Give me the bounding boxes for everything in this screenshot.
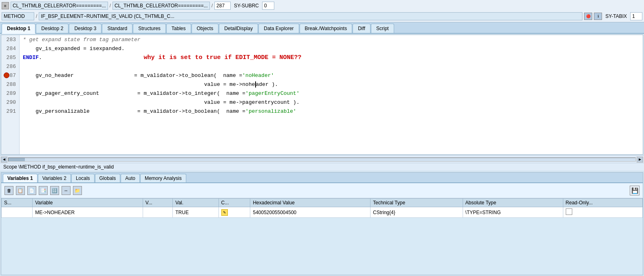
cell-variable: ME->NOHEADER [33,207,143,218]
scroll-track[interactable] [8,158,636,162]
line-number-field[interactable]: 287 [214,2,231,10]
tab-structures[interactable]: Structures [133,24,166,33]
vars-tab-variables2[interactable]: Variables 2 [38,174,71,182]
paste-icon[interactable]: 📄 [27,186,36,195]
tab-desktop2[interactable]: Desktop 2 [36,24,68,33]
tab-standard[interactable]: Standard [102,24,132,33]
cell-v [143,207,173,218]
code-content: * get expand state from tag parameter gv… [20,35,643,154]
scope-text: Scope \METHOD if_bsp_element~runtime_is_… [3,164,114,170]
code-text-284: gv_is_expanded = isexpanded. [23,46,125,52]
class-name-1: CL_THTMLB_CELLERATOR=========... [11,2,108,10]
code-text-290: value = me->pagerentrycount ). [23,99,300,105]
gutter-287: 287 [3,71,18,80]
toolbar-row-1: ≡ CL_THTMLB_CELLERATOR=========... / CL_… [2,1,642,11]
tab-diff[interactable]: Diff [353,24,371,33]
code-text-291b: 'personalizable' [245,108,296,114]
col-header-v: V... [143,199,173,207]
cell-c: ✎ [218,207,250,218]
copy-icon[interactable]: 📋 [16,186,25,195]
code-editor: 283 284 285 286 287 288 289 290 291 * ge… [1,35,643,155]
folder-icon[interactable]: 📁 [73,186,82,195]
gutter-286: 286 [3,62,18,71]
cell-techtype: CString{4} [370,207,463,218]
scroll-thumb[interactable] [9,158,25,161]
slash-2: / [212,3,213,9]
paste-icon2[interactable]: 📑 [39,186,48,195]
app-icon: ≡ [2,2,9,9]
vars-tab-variables1[interactable]: Variables 1 [3,174,37,182]
tab-objects[interactable]: Objects [192,24,219,33]
transfer-icon[interactable]: ↔ [62,186,71,195]
col-header-s: S... [2,199,33,207]
scroll-left-btn[interactable]: ◀ [1,157,7,162]
vars-tab-bar: Variables 1 Variables 2 Locals Globals A… [1,173,643,183]
variables-panel: Variables 1 Variables 2 Locals Globals A… [1,172,643,275]
tab-breakwatchpoints[interactable]: Break./Watchpoints [300,24,353,33]
gutter-291: 291 [3,107,18,116]
code-line-290: value = me->pagerentrycount ). [23,98,640,107]
tab-tables[interactable]: Tables [166,24,191,33]
tab-detaildisplay[interactable]: DetailDisplay [219,24,258,33]
code-line-286 [23,62,640,71]
tab-dataexplorer[interactable]: Data Explorer [258,24,299,33]
code-text-285-keyword: ENDIF [23,55,39,61]
main-container: ≡ CL_THTMLB_CELLERATOR=========... / CL_… [0,0,644,276]
gutter-288: 288 [3,80,18,89]
code-text-289a: gv_pager_entry_count = m_validator->to_i… [23,90,245,96]
code-line-291: gv_personalizable = m_validator->to_bool… [23,107,640,116]
col-header-c: C... [218,199,250,207]
sytabix-value: 1 [630,12,642,20]
col-header-abstype: Absolute Type [463,199,563,207]
toolbar-row-2: METHOD / IF_BSP_ELEMENT~RUNTIME_IS_VALID… [2,11,642,21]
col-header-techtype: Technical Type [370,199,463,207]
vars-tab-globals[interactable]: Globals [95,174,121,182]
variables-table: S... Variable V... Val. C... Hexadecimal… [1,198,643,218]
code-text-287a: gv_no_header = m_validator->to_boolean( … [23,72,242,79]
col-header-hex: Hexadecimal Value [250,199,371,207]
col-header-readonly: Read-Only... [563,199,642,207]
gutter-283: 283 [3,35,18,44]
code-text-283: * get expand state from tag parameter [23,37,141,43]
edit-pencil-icon[interactable]: ✎ [221,209,228,216]
tab-desktop3[interactable]: Desktop 3 [69,24,101,33]
code-line-284: gv_is_expanded = isexpanded. [23,44,640,53]
code-text-285-rest: . [39,55,42,61]
method-label: METHOD [2,12,34,20]
top-toolbar: ≡ CL_THTMLB_CELLERATOR=========... / CL_… [0,0,644,22]
number-icon[interactable]: 🔢 [50,186,59,195]
col-header-variable: Variable [33,199,143,207]
tab-desktop1[interactable]: Desktop 1 [2,24,35,34]
sytabix-label: SY-TABIX [604,13,629,19]
vars-tab-memory-analysis[interactable]: Memory Analysis [140,174,186,182]
cell-val: TRUE [173,207,218,218]
code-scrollbar[interactable]: ◀ ▶ [0,156,644,163]
code-line-289: gv_pager_entry_count = m_validator->to_i… [23,89,640,98]
code-line-285: ENDIF. why it is set to true if EDIT_MOD… [23,53,640,62]
code-line-283: * get expand state from tag parameter [23,35,640,44]
sysubrc-label: SY-SUBRC [232,3,260,9]
delete-icon[interactable]: 🗑 [4,186,13,195]
code-text-288: value = me->noheader ). [23,81,278,88]
slash-1: / [110,3,111,9]
vars-tab-auto[interactable]: Auto [121,174,140,182]
code-annotation: why it is set to true if EDIT_MODE = NON… [143,54,301,61]
cell-readonly [563,207,642,218]
breakpoint-marker [4,72,9,78]
vars-toolbar: 🗑 📋 📄 📑 🔢 ↔ 📁 💾 [1,183,643,198]
breakpoint-icon-toolbar: 🔴 [584,13,592,20]
method-path: IF_BSP_ELEMENT~RUNTIME_IS_VALID (CL_THTM… [39,12,582,20]
gutter-285: 285 [3,53,18,62]
status-bar: Scope \METHOD if_bsp_element~runtime_is_… [0,163,644,171]
readonly-checkbox[interactable] [566,208,572,215]
vars-tab-locals[interactable]: Locals [71,174,95,182]
table-header-row: S... Variable V... Val. C... Hexadecimal… [2,199,643,207]
scroll-right-btn[interactable]: ▶ [637,157,643,162]
table-row: ME->NOHEADER TRUE ✎ 5400520055004500 CSt… [2,207,643,218]
class-name-2: CL_THTMLB_CELLERATOR=========... [112,2,210,10]
code-line-287: gv_no_header = m_validator->to_boolean( … [23,71,640,80]
line-gutter: 283 284 285 286 287 288 289 290 291 [1,35,20,154]
tab-script[interactable]: Script [371,24,394,33]
sysubrc-value: 0 [262,2,274,10]
save-icon[interactable]: 💾 [630,186,640,195]
